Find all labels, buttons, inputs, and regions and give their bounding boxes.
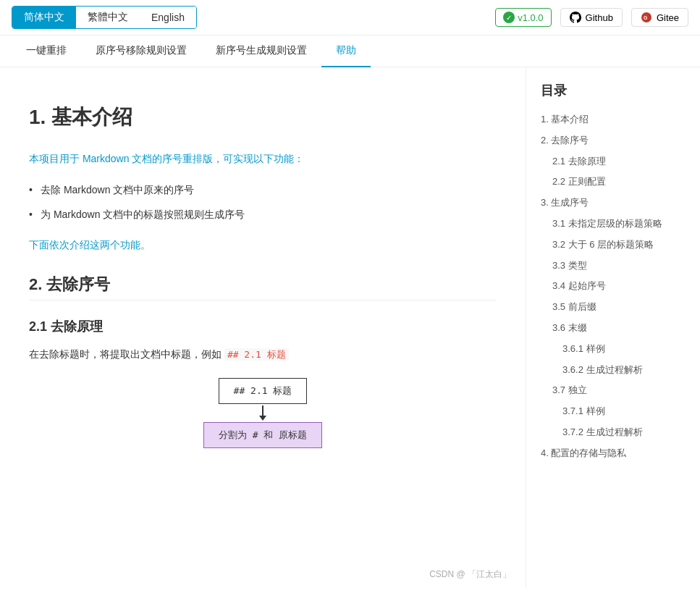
feature-list: 去除 Markdown 文档中原来的序号 为 Markdown 文档中的标题按照… (29, 178, 497, 227)
toc-title: 目录 (541, 82, 686, 99)
follow-text: 下面依次介绍这两个功能。 (29, 239, 497, 252)
lang-tab-simplified[interactable]: 简体中文 (12, 7, 76, 28)
toc-item[interactable]: 3.2 大于 6 层的标题策略 (541, 235, 686, 256)
toc-item[interactable]: 3.6.1 样例 (541, 339, 686, 360)
check-icon: ✓ (503, 12, 515, 23)
desc-text-content: 在去除标题时，将提取出文档中标题，例如 (29, 348, 222, 360)
language-tabs: 简体中文 繁體中文 English (12, 6, 197, 29)
github-button[interactable]: Github (560, 8, 623, 27)
diagram-box-2: 分割为 # 和 原标题 (203, 422, 322, 448)
toc-list: 1. 基本介绍2. 去除序号2.1 去除原理2.2 正则配置3. 生成序号3.1… (541, 109, 686, 464)
svg-text:G: G (644, 15, 648, 20)
toc-item[interactable]: 1. 基本介绍 (541, 109, 686, 130)
nav-item-remove-rules[interactable]: 原序号移除规则设置 (81, 35, 201, 67)
toc-item[interactable]: 3.5 前后缀 (541, 297, 686, 318)
toc-item[interactable]: 3.7 独立 (541, 380, 686, 401)
section-desc: 在去除标题时，将提取出文档中标题，例如 ## 2.1 标题 (29, 345, 497, 363)
github-label: Github (586, 12, 613, 23)
feature-item-2: 为 Markdown 文档中的标题按照规则生成序号 (29, 203, 497, 227)
toc-item[interactable]: 3.3 类型 (541, 256, 686, 277)
gitee-icon: G (641, 12, 652, 23)
toc-item[interactable]: 3.7.1 样例 (541, 401, 686, 422)
diagram: ## 2.1 标题 分割为 # 和 原标题 (29, 378, 497, 448)
nav-item-reorder[interactable]: 一键重排 (12, 35, 81, 67)
section-2-1-title: 2.1 去除原理 (29, 318, 497, 335)
intro-text: 本项目用于 Markdown 文档的序号重排版，可实现以下功能： (29, 150, 497, 168)
toc-item[interactable]: 3.1 未指定层级的标题策略 (541, 214, 686, 235)
toc-item[interactable]: 2.1 去除原理 (541, 151, 686, 172)
gitee-button[interactable]: G Gitee (631, 8, 688, 27)
header-right: ✓ v1.0.0 Github G Gitee (495, 8, 688, 27)
nav-item-generate-rules[interactable]: 新序号生成规则设置 (201, 35, 321, 67)
diagram-box-1: ## 2.1 标题 (219, 378, 308, 404)
feature-item-1: 去除 Markdown 文档中原来的序号 (29, 178, 497, 203)
toc-item[interactable]: 2. 去除序号 (541, 130, 686, 151)
gitee-label: Gitee (657, 12, 679, 23)
header: 简体中文 繁體中文 English ✓ v1.0.0 Github G Gite… (0, 0, 700, 35)
toc-item[interactable]: 3.4 起始序号 (541, 276, 686, 297)
version-badge: ✓ v1.0.0 (495, 8, 551, 27)
arrow-line (262, 405, 263, 416)
nav-bar: 一键重排 原序号移除规则设置 新序号生成规则设置 帮助 (0, 35, 700, 67)
github-icon (570, 12, 581, 23)
toc-item[interactable]: 3.7.2 生成过程解析 (541, 422, 686, 443)
toc-item[interactable]: 3.6.2 生成过程解析 (541, 360, 686, 381)
toc-item[interactable]: 2.2 正则配置 (541, 172, 686, 193)
watermark: CSDN @ 「江太白」 (415, 561, 526, 588)
lang-tab-traditional[interactable]: 繁體中文 (76, 7, 140, 28)
arrow-head (259, 416, 266, 421)
inline-code-example: ## 2.1 标题 (224, 348, 289, 361)
toc-item[interactable]: 4. 配置的存储与隐私 (541, 443, 686, 464)
diagram-arrow (259, 405, 266, 421)
sidebar: 目录 1. 基本介绍2. 去除序号2.1 去除原理2.2 正则配置3. 生成序号… (526, 67, 700, 588)
content-area: 1. 基本介绍 本项目用于 Markdown 文档的序号重排版，可实现以下功能：… (0, 67, 526, 588)
version-label: v1.0.0 (518, 12, 543, 23)
section-2-title: 2. 去除序号 (29, 274, 497, 300)
toc-item[interactable]: 3. 生成序号 (541, 193, 686, 214)
main-layout: 1. 基本介绍 本项目用于 Markdown 文档的序号重排版，可实现以下功能：… (0, 67, 700, 588)
section-1-title: 1. 基本介绍 (29, 104, 497, 137)
nav-item-help[interactable]: 帮助 (321, 35, 371, 67)
toc-item[interactable]: 3.6 末缀 (541, 318, 686, 339)
lang-tab-english[interactable]: English (140, 7, 196, 28)
